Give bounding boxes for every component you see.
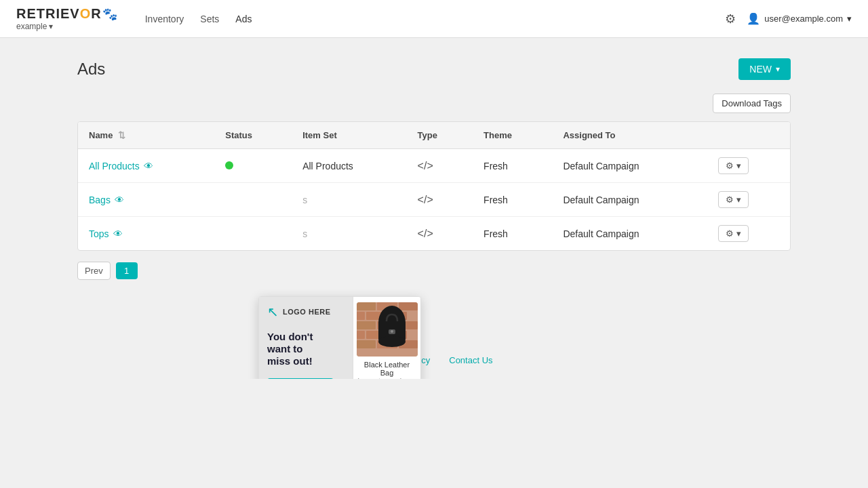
svg-rect-1	[357, 302, 376, 310]
new-caret-icon: ▾	[776, 64, 780, 74]
svg-rect-3	[399, 302, 418, 310]
row-assigned-cell: Default Campaign	[552, 183, 707, 217]
header-right: ⚙ 👤 user@example.com ▾	[725, 12, 852, 26]
row-type-cell: </>	[407, 183, 473, 217]
ad-name-link-tops[interactable]: Tops 👁	[89, 228, 203, 239]
page-header: Ads NEW ▾	[77, 58, 791, 80]
table-row: Tops 👁 s </> Fresh Default Campaign ⚙ ▾	[78, 217, 790, 251]
col-actions	[707, 122, 790, 149]
row-status-cell	[214, 183, 292, 217]
logo-area: RETRIEVOR 🐾 example ▾	[16, 6, 118, 31]
ad-preview-left: ↖ LOGO HERE You don't want to miss out! …	[259, 297, 353, 379]
page-number-button[interactable]: 1	[116, 262, 138, 279]
code-icon: </>	[418, 228, 433, 239]
preview-eye-icon[interactable]: 👁	[113, 228, 123, 239]
row-name-cell: Bags 👁	[78, 183, 214, 217]
row-status-cell	[214, 217, 292, 251]
row-theme-cell: Fresh	[473, 183, 552, 217]
table-row: Bags 👁 s </> Fresh Default Campaign ⚙ ▾	[78, 183, 790, 217]
main-content: Ads NEW ▾ Download Tags Name ⇅ Status It…	[61, 38, 807, 300]
ad-logo-icon: ↖	[267, 304, 279, 320]
ad-logo-text: LOGO HERE	[283, 308, 331, 316]
settings-button[interactable]: ⚙	[725, 12, 736, 26]
row-actions-cell: ⚙ ▾	[707, 183, 790, 217]
product-bag-svg	[357, 302, 418, 357]
toolbar: Download Tags	[77, 94, 791, 113]
preview-eye-icon[interactable]: 👁	[144, 161, 153, 171]
row-settings-button[interactable]: ⚙ ▾	[718, 191, 749, 208]
footer: Privacy Policy Contact Us	[0, 341, 868, 379]
svg-rect-7	[357, 321, 376, 329]
contact-us-link[interactable]: Contact Us	[449, 355, 492, 365]
user-email: user@example.com	[764, 14, 843, 24]
nav-inventory[interactable]: Inventory	[145, 11, 184, 27]
table-container: Name ⇅ Status Item Set Type Theme Assign…	[77, 121, 791, 251]
nav-ads[interactable]: Ads	[235, 11, 252, 27]
ad-product-name: Black Leather Bag by partners-demo	[357, 361, 416, 379]
page-title: Ads	[77, 60, 105, 79]
user-caret: ▾	[847, 14, 852, 24]
header: RETRIEVOR 🐾 example ▾ Inventory Sets Ads…	[0, 0, 868, 38]
nav-sets[interactable]: Sets	[200, 11, 219, 27]
status-dot-active	[225, 161, 233, 169]
row-actions-cell: ⚙ ▾	[707, 217, 790, 251]
ad-name-link-all-products[interactable]: All Products 👁	[89, 161, 203, 171]
row-assigned-cell: Default Campaign	[552, 217, 707, 251]
subtitle-caret[interactable]: ▾	[49, 22, 53, 31]
ad-preview-headline: You don't want to miss out!	[267, 331, 347, 367]
row-item-set-cell: s	[292, 217, 406, 251]
pagination: Prev 1	[77, 262, 791, 280]
ads-table: Name ⇅ Status Item Set Type Theme Assign…	[78, 122, 790, 250]
row-item-set-cell: s	[292, 183, 406, 217]
svg-point-20	[391, 330, 393, 333]
row-theme-cell: Fresh	[473, 217, 552, 251]
sort-icon[interactable]: ⇅	[118, 130, 125, 140]
col-theme: Theme	[473, 122, 552, 149]
ad-shop-now-button[interactable]: SHOP NOW	[267, 378, 334, 379]
ad-product-image	[357, 302, 418, 357]
download-tags-button[interactable]: Download Tags	[713, 94, 791, 113]
row-settings-button[interactable]: ⚙ ▾	[718, 225, 749, 242]
row-settings-button[interactable]: ⚙ ▾	[718, 157, 749, 174]
user-area[interactable]: 👤 user@example.com ▾	[747, 12, 852, 25]
row-name-cell: Tops 👁	[78, 217, 214, 251]
svg-point-18	[378, 336, 406, 347]
content-wrapper: Name ⇅ Status Item Set Type Theme Assign…	[77, 121, 791, 280]
row-status-cell	[214, 149, 292, 183]
col-type: Type	[407, 122, 473, 149]
row-assigned-cell: Default Campaign	[552, 149, 707, 183]
ad-logo-box: ↖ LOGO HERE	[267, 304, 347, 320]
prev-button[interactable]: Prev	[77, 262, 111, 280]
row-type-cell: </>	[407, 149, 473, 183]
code-icon: </>	[418, 194, 433, 205]
ad-preview-popup: ↖ LOGO HERE You don't want to miss out! …	[258, 296, 421, 379]
table-row: All Products 👁 All Products </> Fresh	[78, 149, 790, 183]
preview-eye-icon[interactable]: 👁	[115, 195, 124, 205]
row-name-cell: All Products 👁	[78, 149, 214, 183]
logo-o: O	[80, 6, 92, 22]
col-name: Name ⇅	[78, 122, 214, 149]
row-theme-cell: Fresh	[473, 149, 552, 183]
row-type-cell: </>	[407, 217, 473, 251]
table-header-row: Name ⇅ Status Item Set Type Theme Assign…	[78, 122, 790, 149]
col-item-set: Item Set	[292, 122, 406, 149]
col-assigned-to: Assigned To	[552, 122, 707, 149]
ad-name-link-bags[interactable]: Bags 👁	[89, 195, 203, 205]
svg-rect-13	[357, 340, 376, 348]
row-actions-cell: ⚙ ▾	[707, 149, 790, 183]
svg-rect-12	[357, 331, 365, 339]
ad-preview-right: Black Leather Bag by partners-demo $30.0…	[353, 297, 420, 379]
col-status: Status	[214, 122, 292, 149]
logo-paw: 🐾	[102, 7, 118, 22]
user-icon: 👤	[747, 12, 760, 25]
new-button[interactable]: NEW ▾	[738, 58, 791, 80]
nav: Inventory Sets Ads	[145, 11, 252, 27]
code-icon: </>	[418, 160, 433, 171]
svg-rect-6	[357, 312, 365, 320]
ad-preview-top-content: ↖ LOGO HERE You don't want to miss out! …	[259, 297, 420, 379]
logo-subtitle: example ▾	[16, 22, 118, 31]
logo: RETRIEVOR 🐾	[16, 6, 118, 22]
row-item-set-cell: All Products	[292, 149, 406, 183]
